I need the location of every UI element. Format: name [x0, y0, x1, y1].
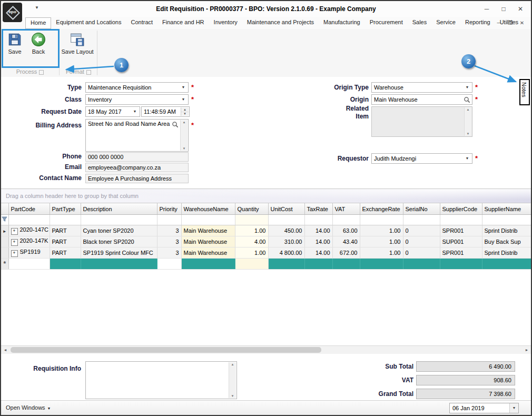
cell-parttype[interactable]: PART: [50, 247, 81, 259]
cell-description[interactable]: [81, 259, 157, 270]
column-header-suppliername[interactable]: SupplierName: [482, 203, 531, 215]
cell-taxrate[interactable]: [304, 259, 332, 270]
close-button[interactable]: ✕: [512, 1, 529, 17]
filter-cell[interactable]: [50, 215, 81, 225]
horizontal-scrollbar[interactable]: ◄ ►: [1, 345, 531, 354]
requestor-dropdown[interactable]: Judith Mudzengi ▼: [371, 153, 472, 164]
cell-suppliername[interactable]: Sprint Distrib: [482, 225, 531, 236]
cell-suppliercode[interactable]: SPR001: [440, 225, 482, 236]
cell-suppliercode[interactable]: SUP001: [440, 236, 482, 247]
mdi-minimize-button[interactable]: ─: [493, 17, 505, 29]
cell-description[interactable]: Black toner SP2020: [81, 236, 157, 247]
filter-cell[interactable]: [304, 215, 332, 225]
cell-warehousename[interactable]: Main Warehouse: [181, 247, 235, 259]
contact-name-field[interactable]: Employee A Purchasing Address: [85, 174, 189, 183]
scroll-up-icon[interactable]: ▲: [465, 108, 471, 111]
field-scrollbar[interactable]: ▲ ▼: [229, 362, 236, 398]
cell-suppliername[interactable]: [482, 259, 531, 270]
field-scrollbar[interactable]: ▲ ▼: [180, 120, 188, 151]
cell-suppliername[interactable]: Buy Back Sup: [482, 236, 531, 247]
cell-serialno[interactable]: 0: [403, 225, 440, 236]
tab-finance-and-hr[interactable]: Finance and HR: [157, 17, 209, 29]
cell-description[interactable]: Cyan toner SP2020: [81, 225, 157, 236]
phone-field[interactable]: 000 000 0000: [85, 152, 189, 162]
cell-priority[interactable]: [157, 259, 181, 270]
tab-service[interactable]: Service: [431, 17, 460, 29]
column-header-unitcost[interactable]: UnitCost: [268, 203, 304, 215]
tab-maintenance-and-projects[interactable]: Maintenance and Projects: [242, 17, 319, 29]
cell-vat[interactable]: 63.00: [332, 225, 360, 236]
request-date-picker[interactable]: 18 May 2017 ▼: [85, 106, 140, 117]
chevron-down-icon[interactable]: ▼: [180, 95, 187, 104]
cell-partcode[interactable]: [8, 259, 50, 270]
save-button[interactable]: Save: [4, 31, 25, 55]
cell-quantity[interactable]: [235, 259, 268, 270]
cell-taxrate[interactable]: 14.00: [304, 247, 332, 259]
open-windows-button[interactable]: Open Windows▼: [6, 401, 51, 415]
cell-taxrate[interactable]: 14.00: [304, 225, 332, 236]
filter-cell[interactable]: [360, 215, 403, 225]
scroll-right-icon[interactable]: ►: [523, 346, 531, 354]
cell-serialno[interactable]: [403, 259, 440, 270]
column-header-vat[interactable]: VAT: [332, 203, 360, 215]
column-header-quantity[interactable]: Quantity: [235, 203, 268, 215]
cell-exchangerate[interactable]: 1.00: [360, 247, 403, 259]
save-layout-button[interactable]: Save Layout: [61, 31, 94, 55]
cell-vat[interactable]: [332, 259, 360, 270]
tab-procurement[interactable]: Procurement: [365, 17, 408, 29]
class-dropdown[interactable]: Inventory ▼: [85, 94, 189, 105]
expand-icon[interactable]: +: [11, 228, 18, 235]
filter-cell[interactable]: [403, 215, 440, 225]
cell-warehousename[interactable]: Main Warehouse: [181, 236, 235, 247]
dialog-launcher-icon[interactable]: [39, 70, 44, 75]
expand-icon[interactable]: +: [11, 250, 18, 257]
request-time-spinner[interactable]: 11:48:59 AM ▲ ▼: [141, 106, 190, 117]
filter-cell[interactable]: [235, 215, 268, 225]
quick-access-caret-icon[interactable]: ▼: [35, 5, 39, 10]
tab-inventory[interactable]: Inventory: [209, 17, 242, 29]
cell-quantity[interactable]: 4.00: [235, 236, 268, 247]
chevron-down-icon[interactable]: ▼: [180, 83, 187, 92]
maximize-button[interactable]: □: [495, 1, 512, 17]
requisition-info-field[interactable]: ▲ ▼: [85, 361, 237, 399]
search-icon[interactable]: [464, 96, 470, 103]
billing-address-field[interactable]: Street No and Road Name Area ▲ ▼: [85, 119, 189, 152]
tab-manufacturing[interactable]: Manufacturing: [319, 17, 365, 29]
tab-reporting[interactable]: Reporting: [460, 17, 495, 29]
email-field[interactable]: employeea@company.co.za: [85, 163, 189, 172]
filter-cell[interactable]: [8, 215, 50, 225]
mdi-restore-button[interactable]: ❐: [505, 17, 516, 29]
scroll-up-icon[interactable]: ▲: [181, 121, 188, 124]
column-header-priority[interactable]: Priority: [157, 203, 181, 215]
cell-priority[interactable]: 3: [157, 247, 181, 259]
tab-equipment-and-locations[interactable]: Equipment and Locations: [51, 17, 126, 29]
tab-contract[interactable]: Contract: [126, 17, 158, 29]
cell-exchangerate[interactable]: [360, 259, 403, 270]
cell-vat[interactable]: 672.00: [332, 247, 360, 259]
column-header-warehousename[interactable]: WarehouseName: [181, 203, 235, 215]
cell-unitcost[interactable]: 450.00: [268, 225, 304, 236]
cell-parttype[interactable]: PART: [50, 225, 81, 236]
new-item-row[interactable]: *: [1, 259, 531, 270]
scroll-down-icon[interactable]: ▼: [465, 132, 471, 135]
cell-partcode[interactable]: +SP1919: [8, 247, 50, 259]
cell-suppliercode[interactable]: SPR001: [440, 247, 482, 259]
scroll-down-icon[interactable]: ▼: [229, 394, 236, 398]
cell-exchangerate[interactable]: 1.00: [360, 225, 403, 236]
table-row[interactable]: +SP1919 PART SP1919 Sprint Colour MFC 3 …: [1, 247, 531, 259]
cell-suppliername[interactable]: Sprint Distrib: [482, 247, 531, 259]
origin-lookup-field[interactable]: Main Warehouse: [371, 94, 472, 105]
filter-cell[interactable]: [268, 215, 304, 225]
cell-serialno[interactable]: 0: [403, 236, 440, 247]
dialog-launcher-icon[interactable]: [86, 70, 91, 75]
column-header-taxrate[interactable]: TaxRate: [304, 203, 332, 215]
related-item-field[interactable]: ▲ ▼: [371, 106, 472, 137]
filter-cell[interactable]: [181, 215, 235, 225]
minimize-button[interactable]: ─: [478, 1, 495, 17]
filter-cell[interactable]: [482, 215, 531, 225]
tab-home[interactable]: Home: [25, 17, 51, 29]
type-dropdown[interactable]: Maintenance Requisition ▼: [85, 82, 189, 93]
column-header-partcode[interactable]: PartCode: [8, 203, 50, 215]
filter-cell[interactable]: [332, 215, 360, 225]
origin-type-dropdown[interactable]: Warehouse ▼: [371, 82, 472, 93]
